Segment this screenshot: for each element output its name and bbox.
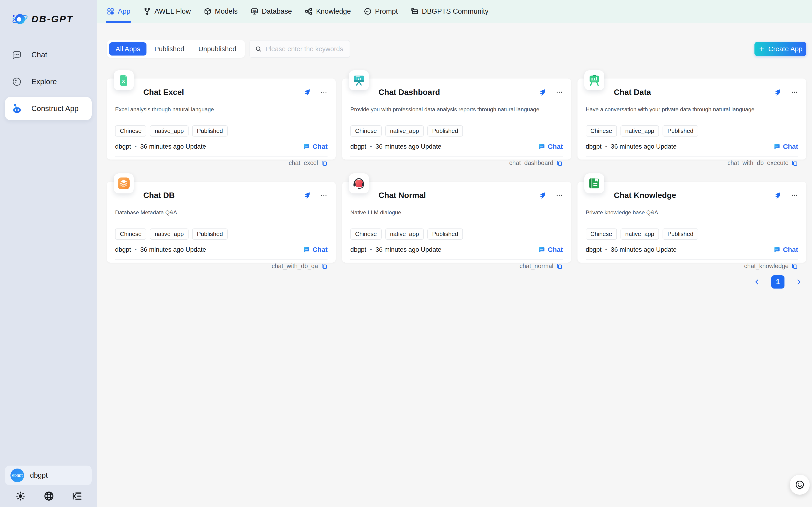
app-card-tags: Chinese native_app Published: [350, 228, 563, 240]
app-card-chat-data[interactable]: Chat Data Have a conversation with your …: [577, 78, 806, 160]
tab-label: AWEL Flow: [154, 7, 191, 15]
dingtalk-share-icon[interactable]: [539, 89, 546, 96]
tab-app[interactable]: App: [107, 0, 130, 23]
user-profile[interactable]: dbgpt dbgpt: [5, 465, 92, 485]
app-owner: dbgpt: [350, 143, 366, 150]
scene-code: chat_dashboard: [509, 160, 553, 167]
app-card-chat-normal[interactable]: Chat Normal Native LLM dialogue Chinese …: [342, 182, 571, 263]
chat-gradient-bubble-icon: [303, 143, 310, 150]
sidebar-nav: Chat Explore: [0, 43, 97, 120]
next-page-button[interactable]: [795, 278, 803, 286]
copy-icon[interactable]: [791, 160, 798, 166]
dingtalk-share-icon[interactable]: [303, 89, 310, 96]
tag: Published: [192, 228, 228, 240]
filter-published[interactable]: Published: [148, 42, 191, 56]
tab-label: DBGPTS Community: [422, 7, 489, 15]
more-options-button[interactable]: [320, 191, 327, 199]
chat-button-label: Chat: [313, 143, 328, 151]
dingtalk-share-icon[interactable]: [539, 191, 546, 199]
tag: Chinese: [115, 125, 146, 136]
explore-planet-icon: [11, 76, 22, 87]
tab-database[interactable]: SQL Database: [250, 0, 292, 23]
sun-icon: [15, 491, 25, 501]
chat-button[interactable]: Chat: [303, 246, 328, 253]
app-card-description: Excel analysis through natural language: [115, 106, 327, 113]
more-options-button[interactable]: [556, 191, 563, 199]
chat-bubble-icon: [11, 49, 22, 60]
app-card-title: Chat Data: [614, 88, 773, 97]
collapse-sidebar-button[interactable]: [71, 490, 83, 502]
more-options-button[interactable]: [791, 89, 798, 96]
tab-prompt[interactable]: Prompt: [364, 0, 398, 23]
tab-label: Models: [215, 7, 238, 15]
sidebar-item-label: Explore: [32, 77, 57, 86]
chat-gradient-bubble-icon: [303, 246, 310, 253]
app-updated: 36 minutes ago Update: [611, 246, 677, 253]
feedback-button[interactable]: [790, 475, 810, 495]
meta-separator: •: [135, 144, 136, 150]
scene-code: chat_knowledge: [744, 263, 789, 270]
app-card-chat-knowledge[interactable]: Chat Knowledge Private knowledge base Q&…: [577, 182, 806, 263]
scene-code: chat_excel: [289, 160, 318, 167]
globe-icon: [44, 491, 54, 501]
tag: native_app: [385, 228, 424, 240]
chat-button[interactable]: Chat: [773, 143, 798, 151]
sidebar-item-explore[interactable]: Explore: [5, 70, 92, 93]
tag: Chinese: [350, 125, 381, 136]
chat-button-label: Chat: [548, 143, 563, 151]
app-card-tags: Chinese native_app Published: [115, 228, 327, 240]
chat-button[interactable]: Chat: [538, 246, 563, 253]
svg-text:SQL: SQL: [252, 10, 256, 12]
tab-models[interactable]: Models: [203, 0, 238, 23]
copy-icon[interactable]: [791, 263, 798, 270]
app-card-chat-dashboard[interactable]: Chat Dashboard Provide you with professi…: [342, 78, 571, 160]
tag: Published: [427, 125, 463, 136]
db-gpt-logo-icon: [11, 10, 29, 28]
copy-icon[interactable]: [321, 263, 327, 270]
copy-icon[interactable]: [556, 263, 563, 270]
meta-separator: •: [135, 246, 136, 253]
chat-button[interactable]: Chat: [773, 246, 798, 253]
sidebar-item-label: Construct App: [32, 104, 78, 113]
dingtalk-share-icon[interactable]: [303, 191, 310, 199]
copy-icon[interactable]: [321, 160, 327, 166]
more-options-button[interactable]: [791, 191, 798, 199]
data-easel-icon: [584, 70, 604, 90]
tab-knowledge[interactable]: Knowledge: [305, 0, 351, 23]
sidebar: DB-GPT Chat: [0, 0, 97, 507]
filter-all-apps[interactable]: All Apps: [109, 42, 146, 56]
chat-button[interactable]: Chat: [303, 143, 328, 151]
sidebar-item-construct-app[interactable]: Construct App: [5, 97, 92, 120]
search-input[interactable]: [265, 45, 345, 53]
chat-button[interactable]: Chat: [538, 143, 563, 151]
scene-code: chat_with_db_qa: [271, 263, 318, 270]
dingtalk-share-icon[interactable]: [773, 89, 781, 96]
create-app-button[interactable]: Create App: [754, 42, 806, 56]
logo-wordmark: DB-GPT: [32, 14, 73, 24]
more-options-button[interactable]: [556, 89, 563, 96]
chat-gradient-bubble-icon: [538, 246, 545, 253]
sidebar-item-chat[interactable]: Chat: [5, 43, 92, 66]
tag: Chinese: [350, 228, 381, 240]
tab-dbgpts-community[interactable]: DBGPTS Community: [411, 0, 489, 23]
chat-button-label: Chat: [548, 246, 563, 253]
theme-toggle-button[interactable]: [14, 490, 26, 502]
language-button[interactable]: [43, 490, 55, 502]
app-card-chat-db[interactable]: Chat DB Database Metadata Q&A Chinese na…: [107, 182, 336, 263]
logo[interactable]: DB-GPT: [11, 10, 97, 28]
app-card-description: Private knowledge base Q&A: [586, 209, 798, 216]
page-1-button[interactable]: 1: [771, 275, 785, 289]
copy-icon[interactable]: [556, 160, 563, 166]
dingtalk-share-icon[interactable]: [773, 191, 781, 199]
filter-unpublished[interactable]: Unpublished: [192, 42, 243, 56]
prev-page-button[interactable]: [753, 278, 761, 286]
tag: Published: [663, 125, 698, 136]
create-app-label: Create App: [768, 45, 802, 53]
tab-awel-flow[interactable]: AWEL Flow: [143, 0, 191, 23]
main-content: All Apps Published Unpublished Create Ap…: [97, 23, 812, 507]
app-updated: 36 minutes ago Update: [376, 143, 441, 150]
chat-gradient-bubble-icon: [773, 246, 780, 253]
tab-label: Database: [262, 7, 292, 15]
app-card-chat-excel[interactable]: X Chat Excel Excel analysis through natu: [107, 78, 336, 160]
more-options-button[interactable]: [320, 89, 327, 96]
